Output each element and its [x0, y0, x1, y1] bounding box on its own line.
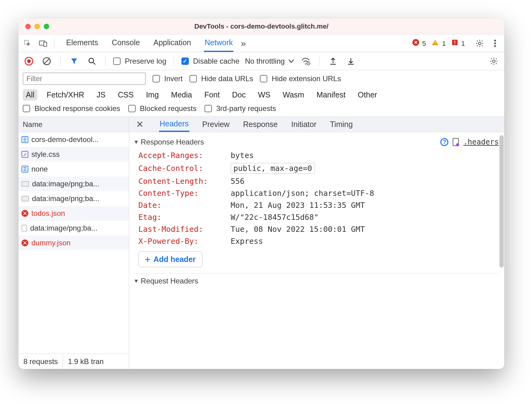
warnings-badge[interactable]: 1: [431, 39, 449, 48]
detail-tab-response[interactable]: Response: [242, 117, 278, 131]
main-tabs-bar: Elements Console Application Network » 5…: [18, 34, 504, 52]
response-headers-list: Accept-Ranges:bytes Cache-Control:public…: [133, 149, 499, 274]
svg-rect-5: [435, 44, 435, 45]
third-party-checkbox[interactable]: 3rd-party requests: [204, 104, 276, 113]
kebab-menu-icon[interactable]: [489, 37, 501, 50]
add-header-button[interactable]: Add header: [138, 252, 202, 267]
disable-cache-label: Disable cache: [193, 57, 240, 65]
header-value: W/"22c-18457c15d68": [231, 213, 319, 222]
type-chip-img[interactable]: Img: [143, 89, 162, 101]
request-row[interactable]: dummy.json: [18, 236, 129, 250]
tab-application[interactable]: Application: [153, 34, 192, 52]
header-value: 556: [231, 177, 244, 186]
network-settings-icon[interactable]: [488, 55, 500, 67]
type-chip-css[interactable]: CSS: [115, 89, 137, 101]
image-icon: [22, 181, 29, 187]
type-chip-font[interactable]: Font: [201, 89, 223, 101]
download-har-icon[interactable]: [345, 55, 357, 67]
type-chip-wasm[interactable]: Wasm: [280, 89, 307, 101]
response-headers-section: ▼ Response Headers ? .headers Accept-Ran…: [129, 132, 504, 290]
detail-tab-headers[interactable]: Headers: [159, 117, 189, 132]
detail-tab-timing[interactable]: Timing: [329, 117, 353, 131]
request-headers-section-header[interactable]: ▼ Request Headers: [133, 274, 499, 288]
tab-network[interactable]: Network: [204, 34, 233, 52]
type-chip-doc[interactable]: Doc: [229, 89, 248, 101]
request-row[interactable]: data:image/png;ba...: [18, 221, 129, 236]
close-window-button[interactable]: [25, 24, 31, 29]
hide-data-urls-checkbox[interactable]: Hide data URLs: [189, 74, 253, 83]
section-header[interactable]: ▼ Response Headers ? .headers: [133, 135, 499, 149]
type-chip-other[interactable]: Other: [355, 89, 380, 101]
type-chip-manifest[interactable]: Manifest: [313, 89, 348, 101]
request-row[interactable]: data:image/png;ba...: [18, 176, 129, 191]
request-row[interactable]: cors-demo-devtool...: [18, 132, 129, 147]
record-button[interactable]: [23, 55, 35, 67]
inspect-icon[interactable]: [22, 37, 34, 50]
header-row[interactable]: Content-Length:556: [138, 175, 499, 187]
maximize-window-button[interactable]: [44, 24, 49, 29]
header-row[interactable]: Cache-Control:public, max-age=0: [138, 161, 499, 175]
svg-line-16: [93, 62, 95, 65]
filter-input[interactable]: [23, 73, 146, 85]
header-value-editable[interactable]: public, max-age=0: [231, 163, 315, 174]
request-label: data:image/png;ba...: [32, 194, 126, 203]
preserve-log-checkbox[interactable]: Preserve log: [113, 57, 166, 65]
header-row[interactable]: Etag:W/"22c-18457c15d68": [138, 211, 499, 223]
svg-point-19: [493, 60, 495, 62]
hide-extension-urls-checkbox[interactable]: Hide extension URLs: [260, 74, 341, 83]
request-row[interactable]: none: [18, 162, 129, 176]
clear-button[interactable]: [41, 55, 53, 67]
header-value: Tue, 08 Nov 2022 15:00:01 GMT: [231, 225, 365, 234]
tab-console[interactable]: Console: [111, 34, 141, 52]
header-row[interactable]: Date:Mon, 21 Aug 2023 11:53:35 GMT: [138, 199, 499, 211]
issues-badge[interactable]: 1: [451, 39, 468, 48]
svg-point-10: [494, 40, 496, 42]
header-row[interactable]: X-Powered-By:Express: [138, 235, 499, 247]
status-bar: 8 requests 1.9 kB tran: [18, 354, 129, 369]
raw-headers-link[interactable]: .headers: [463, 138, 499, 146]
detail-tab-initiator[interactable]: Initiator: [291, 117, 317, 131]
invert-checkbox[interactable]: Invert: [153, 74, 183, 83]
detail-tab-preview[interactable]: Preview: [202, 117, 230, 131]
disclosure-triangle-icon: ▼: [133, 139, 139, 145]
upload-har-icon[interactable]: [327, 55, 339, 67]
header-name: Etag:: [138, 213, 231, 222]
type-chip-fetch[interactable]: Fetch/XHR: [44, 89, 87, 101]
tab-elements[interactable]: Elements: [66, 34, 99, 52]
close-detail-button[interactable]: ✕: [133, 119, 147, 130]
minimize-window-button[interactable]: [34, 24, 40, 29]
section-title: Request Headers: [141, 277, 198, 285]
request-row[interactable]: style.css: [18, 147, 129, 162]
disable-cache-checkbox[interactable]: Disable cache: [181, 57, 240, 65]
column-header-name[interactable]: Name: [18, 117, 129, 132]
type-chip-ws[interactable]: WS: [255, 89, 273, 101]
request-row[interactable]: data:image/png;ba...: [18, 191, 129, 206]
throttling-select[interactable]: No throttling: [245, 57, 294, 65]
network-conditions-icon[interactable]: [300, 55, 312, 67]
search-icon[interactable]: [86, 55, 98, 67]
third-party-label: 3rd-party requests: [216, 104, 276, 113]
filter-icon[interactable]: [68, 55, 80, 67]
type-chip-all[interactable]: All: [23, 89, 38, 101]
more-tabs-button[interactable]: »: [236, 38, 250, 49]
override-file-icon[interactable]: [453, 138, 459, 146]
svg-point-9: [478, 42, 481, 44]
scrollbar-thumb[interactable]: [499, 135, 504, 267]
header-row[interactable]: Accept-Ranges:bytes: [138, 149, 499, 161]
request-row[interactable]: todos.json: [18, 206, 129, 221]
svg-rect-4: [435, 42, 435, 43]
chevron-down-icon: [288, 59, 294, 63]
header-row[interactable]: Content-Type:application/json; charset=U…: [138, 187, 499, 199]
filter-row: Invert Hide data URLs Hide extension URL…: [18, 70, 504, 87]
blocked-requests-checkbox[interactable]: Blocked requests: [128, 104, 197, 113]
blocked-cookies-label: Blocked response cookies: [34, 104, 120, 113]
blocked-cookies-checkbox[interactable]: Blocked response cookies: [23, 104, 120, 113]
type-chip-js[interactable]: JS: [93, 89, 109, 101]
divider: [60, 56, 61, 66]
header-row[interactable]: Last-Modified:Tue, 08 Nov 2022 15:00:01 …: [138, 223, 499, 235]
settings-icon[interactable]: [474, 37, 486, 50]
type-chip-media[interactable]: Media: [168, 89, 195, 101]
errors-badge[interactable]: 5: [412, 39, 429, 48]
device-toolbar-icon[interactable]: [37, 37, 49, 50]
help-icon[interactable]: ?: [440, 138, 448, 146]
